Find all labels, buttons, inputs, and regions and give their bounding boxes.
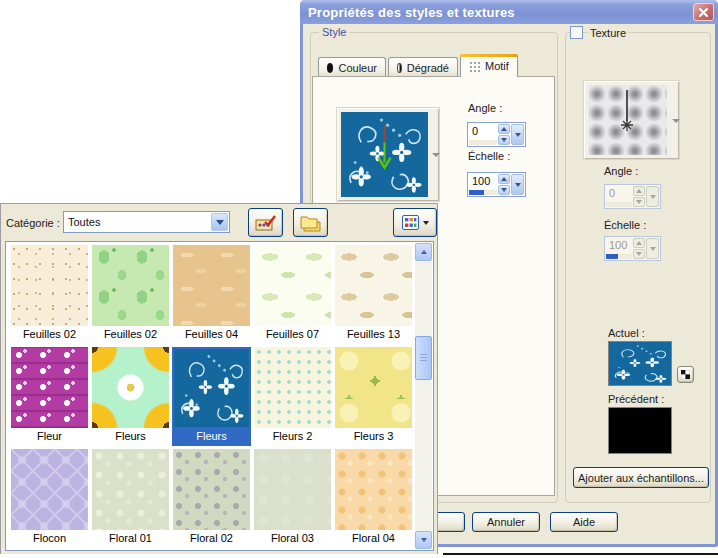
texture-angle-label: Angle : <box>604 165 638 177</box>
swatch-cell-1[interactable]: Feuilles 02 <box>10 245 89 344</box>
swatch-cell-4[interactable]: Feuilles 07 <box>253 245 332 344</box>
scale-dropdown-button[interactable] <box>511 174 524 195</box>
current-label: Actuel : <box>608 327 645 339</box>
pattern-list: Feuilles 02 Feuilles 02 Feuilles 04 Feui… <box>5 241 434 551</box>
tab-couleur[interactable]: Couleur <box>318 57 386 77</box>
add-to-swatches-label: Ajouter aux échantillons... <box>578 472 704 484</box>
swatch-cell-10[interactable]: Fleurs 3 <box>334 347 413 446</box>
swatch-image <box>335 347 412 428</box>
pattern-grid-icon <box>469 61 480 72</box>
gradient-circle-icon <box>397 63 402 73</box>
texture-label: Texture <box>588 27 628 39</box>
swatch-cell-14[interactable]: Floral 03 <box>253 449 332 548</box>
texture-scale-down-button <box>633 249 645 259</box>
category-dropdown-button[interactable] <box>211 213 228 231</box>
background-edge-line <box>443 553 718 555</box>
transparency-toggle-button[interactable] <box>677 366 694 383</box>
swatch-cell-13[interactable]: Floral 02 <box>172 449 251 548</box>
previous-pattern-swatch <box>608 407 672 454</box>
texture-preview-button[interactable] <box>583 80 680 160</box>
scroll-thumb[interactable] <box>415 336 432 380</box>
scale-up-button[interactable] <box>498 174 510 184</box>
angle-up-button[interactable] <box>498 124 510 134</box>
current-pattern-swatch <box>608 341 672 386</box>
texture-preview-image <box>588 85 667 155</box>
scale-value[interactable]: 100 <box>469 174 497 189</box>
swatch-image <box>173 245 250 326</box>
scale-slider[interactable] <box>469 190 497 195</box>
scroll-down-button[interactable] <box>415 531 432 549</box>
pattern-preview-button[interactable] <box>336 107 440 202</box>
swatch-image <box>254 245 331 326</box>
swatch-cell-8-selected[interactable]: Fleurs <box>172 347 251 446</box>
scroll-up-button[interactable] <box>415 243 432 261</box>
close-button[interactable] <box>693 3 714 21</box>
scale-label: Échelle : <box>468 150 510 162</box>
angle-label: Angle : <box>468 102 502 114</box>
help-label: Aide <box>573 516 595 528</box>
texture-scale-up-button <box>633 238 645 248</box>
swatch-image <box>92 245 169 326</box>
swatch-label: Fleurs <box>172 429 251 444</box>
swatch-cell-2[interactable]: Feuilles 02 <box>91 245 170 344</box>
screenshot-root: Propriétés des styles et textures Style … <box>0 0 718 558</box>
swatch-image <box>11 449 88 530</box>
texture-angle-value: 0 <box>606 186 632 201</box>
texture-checkbox[interactable] <box>570 26 583 39</box>
texture-angle-spinner: 0 <box>604 184 661 209</box>
swatch-label: Floral 03 <box>253 531 332 546</box>
manage-swatches-button[interactable] <box>248 208 283 237</box>
swatch-cell-15[interactable]: Floral 04 <box>334 449 413 548</box>
swatch-image <box>335 449 412 530</box>
scale-spinner[interactable]: 100 <box>467 172 526 197</box>
pattern-preview-image <box>341 112 428 197</box>
tab-motif[interactable]: Motif <box>460 54 518 77</box>
blue-floral-pattern <box>609 342 671 385</box>
swatch-label: Floral 02 <box>172 531 251 546</box>
texture-scale-value: 100 <box>606 238 632 253</box>
swatch-manager-icon <box>255 214 277 232</box>
folders-button[interactable] <box>293 208 328 237</box>
scale-down-button[interactable] <box>498 185 510 195</box>
angle-spinner[interactable]: 0 <box>467 122 526 147</box>
pattern-picker-window: Catégorie : Toutes <box>0 203 438 554</box>
swatch-label: Fleurs 2 <box>253 429 332 444</box>
dialog-titlebar[interactable]: Propriétés des styles et textures <box>300 0 718 24</box>
swatch-label: Floral 01 <box>91 531 170 546</box>
angle-value[interactable]: 0 <box>469 124 497 139</box>
swatch-cell-5[interactable]: Feuilles 13 <box>334 245 413 344</box>
category-combobox[interactable]: Toutes <box>63 211 230 233</box>
swatch-image <box>92 449 169 530</box>
view-mode-dropdown-arrow <box>423 221 429 225</box>
texture-angle-dropdown-button <box>646 186 659 207</box>
add-to-swatches-button[interactable]: Ajouter aux échantillons... <box>573 467 709 488</box>
texture-scale-label: Échelle : <box>604 219 646 231</box>
tab-degrade[interactable]: Dégradé <box>388 57 458 77</box>
swatch-label: Fleurs <box>91 429 170 444</box>
swatch-cell-3[interactable]: Feuilles 04 <box>172 245 251 344</box>
texture-scale-dropdown-button <box>646 238 659 259</box>
dialog-title: Propriétés des styles et textures <box>308 5 515 20</box>
swatch-cell-9[interactable]: Fleurs 2 <box>253 347 332 446</box>
swatch-cell-6[interactable]: Fleur <box>10 347 89 446</box>
preview-dropdown-arrow[interactable] <box>432 153 440 157</box>
texture-preview-dropdown-arrow[interactable] <box>672 119 680 123</box>
swatch-cell-12[interactable]: Floral 01 <box>91 449 170 548</box>
category-value: Toutes <box>68 216 100 228</box>
swatch-label: Floral 04 <box>334 531 413 546</box>
texture-scale-spinner: 100 <box>604 236 661 261</box>
swatch-label: Fleur <box>10 429 89 444</box>
angle-slider[interactable] <box>469 140 497 145</box>
pattern-list-scrollbar[interactable] <box>415 243 432 549</box>
previous-label: Précédent : <box>608 393 664 405</box>
help-button[interactable]: Aide <box>550 512 618 532</box>
angle-down-button[interactable] <box>498 135 510 145</box>
swatch-label: Flocon <box>10 531 89 546</box>
view-mode-button[interactable] <box>393 208 437 237</box>
texture-angle-up-button <box>633 186 645 196</box>
swatch-image <box>335 245 412 326</box>
swatch-cell-7[interactable]: Fleurs <box>91 347 170 446</box>
cancel-button[interactable]: Annuler <box>472 512 540 532</box>
angle-dropdown-button[interactable] <box>511 124 524 145</box>
swatch-cell-11[interactable]: Flocon <box>10 449 89 548</box>
